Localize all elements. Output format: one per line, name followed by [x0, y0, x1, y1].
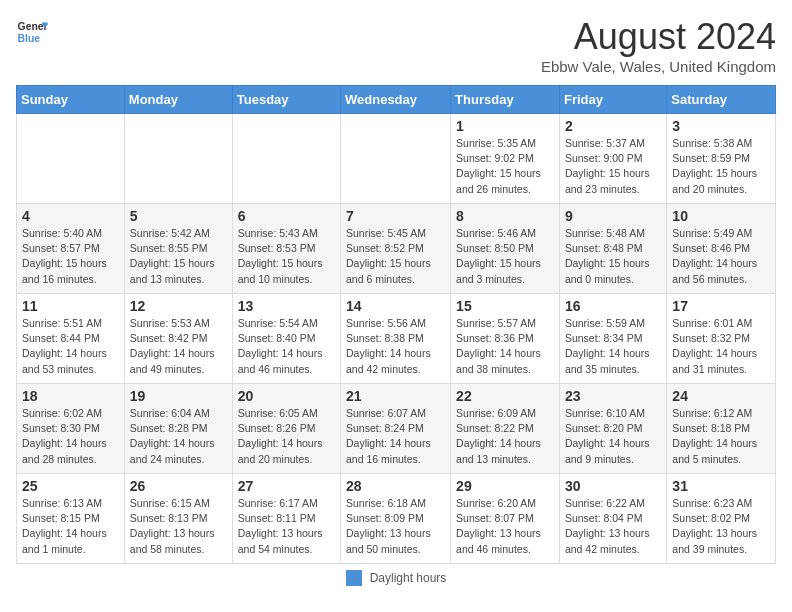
- calendar-cell: 25Sunrise: 6:13 AM Sunset: 8:15 PM Dayli…: [17, 474, 125, 564]
- day-number: 6: [238, 208, 335, 224]
- day-info: Sunrise: 5:49 AM Sunset: 8:46 PM Dayligh…: [672, 226, 770, 287]
- calendar-week-row: 25Sunrise: 6:13 AM Sunset: 8:15 PM Dayli…: [17, 474, 776, 564]
- day-number: 4: [22, 208, 119, 224]
- calendar-cell: 20Sunrise: 6:05 AM Sunset: 8:26 PM Dayli…: [232, 384, 340, 474]
- day-number: 31: [672, 478, 770, 494]
- day-number: 26: [130, 478, 227, 494]
- day-number: 1: [456, 118, 554, 134]
- calendar-body: 1Sunrise: 5:35 AM Sunset: 9:02 PM Daylig…: [17, 114, 776, 564]
- logo-icon: General Blue: [16, 16, 48, 48]
- day-of-week-header: Saturday: [667, 86, 776, 114]
- calendar-cell: 26Sunrise: 6:15 AM Sunset: 8:13 PM Dayli…: [124, 474, 232, 564]
- calendar-cell: 9Sunrise: 5:48 AM Sunset: 8:48 PM Daylig…: [559, 204, 666, 294]
- day-of-week-header: Monday: [124, 86, 232, 114]
- day-info: Sunrise: 6:18 AM Sunset: 8:09 PM Dayligh…: [346, 496, 445, 557]
- calendar-week-row: 11Sunrise: 5:51 AM Sunset: 8:44 PM Dayli…: [17, 294, 776, 384]
- day-info: Sunrise: 5:42 AM Sunset: 8:55 PM Dayligh…: [130, 226, 227, 287]
- calendar-cell: 19Sunrise: 6:04 AM Sunset: 8:28 PM Dayli…: [124, 384, 232, 474]
- day-number: 27: [238, 478, 335, 494]
- daylight-swatch: [346, 570, 362, 586]
- day-info: Sunrise: 6:09 AM Sunset: 8:22 PM Dayligh…: [456, 406, 554, 467]
- day-info: Sunrise: 6:07 AM Sunset: 8:24 PM Dayligh…: [346, 406, 445, 467]
- day-info: Sunrise: 5:45 AM Sunset: 8:52 PM Dayligh…: [346, 226, 445, 287]
- calendar-cell: 6Sunrise: 5:43 AM Sunset: 8:53 PM Daylig…: [232, 204, 340, 294]
- header: General Blue August 2024 Ebbw Vale, Wale…: [16, 16, 776, 75]
- day-info: Sunrise: 6:17 AM Sunset: 8:11 PM Dayligh…: [238, 496, 335, 557]
- day-number: 5: [130, 208, 227, 224]
- day-number: 7: [346, 208, 445, 224]
- day-number: 11: [22, 298, 119, 314]
- day-number: 13: [238, 298, 335, 314]
- day-of-week-header: Friday: [559, 86, 666, 114]
- calendar-cell: 7Sunrise: 5:45 AM Sunset: 8:52 PM Daylig…: [341, 204, 451, 294]
- calendar-cell: 23Sunrise: 6:10 AM Sunset: 8:20 PM Dayli…: [559, 384, 666, 474]
- day-number: 3: [672, 118, 770, 134]
- calendar-cell: 4Sunrise: 5:40 AM Sunset: 8:57 PM Daylig…: [17, 204, 125, 294]
- calendar-cell: 27Sunrise: 6:17 AM Sunset: 8:11 PM Dayli…: [232, 474, 340, 564]
- day-number: 2: [565, 118, 661, 134]
- logo: General Blue: [16, 16, 48, 48]
- day-number: 9: [565, 208, 661, 224]
- month-title: August 2024: [541, 16, 776, 58]
- calendar-cell: 11Sunrise: 5:51 AM Sunset: 8:44 PM Dayli…: [17, 294, 125, 384]
- day-info: Sunrise: 6:10 AM Sunset: 8:20 PM Dayligh…: [565, 406, 661, 467]
- day-info: Sunrise: 6:04 AM Sunset: 8:28 PM Dayligh…: [130, 406, 227, 467]
- title-area: August 2024 Ebbw Vale, Wales, United Kin…: [541, 16, 776, 75]
- calendar-cell: [341, 114, 451, 204]
- day-number: 23: [565, 388, 661, 404]
- day-info: Sunrise: 5:40 AM Sunset: 8:57 PM Dayligh…: [22, 226, 119, 287]
- calendar-cell: 22Sunrise: 6:09 AM Sunset: 8:22 PM Dayli…: [451, 384, 560, 474]
- day-info: Sunrise: 5:35 AM Sunset: 9:02 PM Dayligh…: [456, 136, 554, 197]
- day-of-week-header: Thursday: [451, 86, 560, 114]
- calendar-week-row: 1Sunrise: 5:35 AM Sunset: 9:02 PM Daylig…: [17, 114, 776, 204]
- day-number: 25: [22, 478, 119, 494]
- calendar-cell: 15Sunrise: 5:57 AM Sunset: 8:36 PM Dayli…: [451, 294, 560, 384]
- calendar-cell: [124, 114, 232, 204]
- day-number: 14: [346, 298, 445, 314]
- day-info: Sunrise: 5:54 AM Sunset: 8:40 PM Dayligh…: [238, 316, 335, 377]
- calendar-cell: [232, 114, 340, 204]
- day-info: Sunrise: 5:57 AM Sunset: 8:36 PM Dayligh…: [456, 316, 554, 377]
- day-number: 20: [238, 388, 335, 404]
- calendar-cell: 29Sunrise: 6:20 AM Sunset: 8:07 PM Dayli…: [451, 474, 560, 564]
- calendar-cell: 31Sunrise: 6:23 AM Sunset: 8:02 PM Dayli…: [667, 474, 776, 564]
- day-number: 16: [565, 298, 661, 314]
- day-info: Sunrise: 5:46 AM Sunset: 8:50 PM Dayligh…: [456, 226, 554, 287]
- day-number: 18: [22, 388, 119, 404]
- calendar-cell: 10Sunrise: 5:49 AM Sunset: 8:46 PM Dayli…: [667, 204, 776, 294]
- day-info: Sunrise: 6:15 AM Sunset: 8:13 PM Dayligh…: [130, 496, 227, 557]
- day-number: 30: [565, 478, 661, 494]
- day-info: Sunrise: 6:01 AM Sunset: 8:32 PM Dayligh…: [672, 316, 770, 377]
- calendar-cell: 17Sunrise: 6:01 AM Sunset: 8:32 PM Dayli…: [667, 294, 776, 384]
- day-info: Sunrise: 5:37 AM Sunset: 9:00 PM Dayligh…: [565, 136, 661, 197]
- svg-text:Blue: Blue: [18, 33, 41, 44]
- day-info: Sunrise: 5:38 AM Sunset: 8:59 PM Dayligh…: [672, 136, 770, 197]
- day-number: 24: [672, 388, 770, 404]
- calendar-cell: 28Sunrise: 6:18 AM Sunset: 8:09 PM Dayli…: [341, 474, 451, 564]
- day-of-week-header: Wednesday: [341, 86, 451, 114]
- day-info: Sunrise: 6:23 AM Sunset: 8:02 PM Dayligh…: [672, 496, 770, 557]
- day-info: Sunrise: 5:43 AM Sunset: 8:53 PM Dayligh…: [238, 226, 335, 287]
- day-info: Sunrise: 6:22 AM Sunset: 8:04 PM Dayligh…: [565, 496, 661, 557]
- location-subtitle: Ebbw Vale, Wales, United Kingdom: [541, 58, 776, 75]
- calendar-cell: 16Sunrise: 5:59 AM Sunset: 8:34 PM Dayli…: [559, 294, 666, 384]
- day-number: 8: [456, 208, 554, 224]
- calendar-header-row: SundayMondayTuesdayWednesdayThursdayFrid…: [17, 86, 776, 114]
- calendar-cell: 18Sunrise: 6:02 AM Sunset: 8:30 PM Dayli…: [17, 384, 125, 474]
- day-number: 22: [456, 388, 554, 404]
- day-info: Sunrise: 6:20 AM Sunset: 8:07 PM Dayligh…: [456, 496, 554, 557]
- day-info: Sunrise: 5:51 AM Sunset: 8:44 PM Dayligh…: [22, 316, 119, 377]
- calendar-table: SundayMondayTuesdayWednesdayThursdayFrid…: [16, 85, 776, 564]
- day-info: Sunrise: 5:53 AM Sunset: 8:42 PM Dayligh…: [130, 316, 227, 377]
- calendar-cell: 30Sunrise: 6:22 AM Sunset: 8:04 PM Dayli…: [559, 474, 666, 564]
- day-of-week-header: Sunday: [17, 86, 125, 114]
- calendar-footer: Daylight hours: [16, 570, 776, 586]
- day-number: 21: [346, 388, 445, 404]
- day-number: 28: [346, 478, 445, 494]
- day-number: 17: [672, 298, 770, 314]
- calendar-cell: 13Sunrise: 5:54 AM Sunset: 8:40 PM Dayli…: [232, 294, 340, 384]
- calendar-cell: 14Sunrise: 5:56 AM Sunset: 8:38 PM Dayli…: [341, 294, 451, 384]
- day-number: 19: [130, 388, 227, 404]
- calendar-cell: 5Sunrise: 5:42 AM Sunset: 8:55 PM Daylig…: [124, 204, 232, 294]
- daylight-label: Daylight hours: [370, 571, 447, 585]
